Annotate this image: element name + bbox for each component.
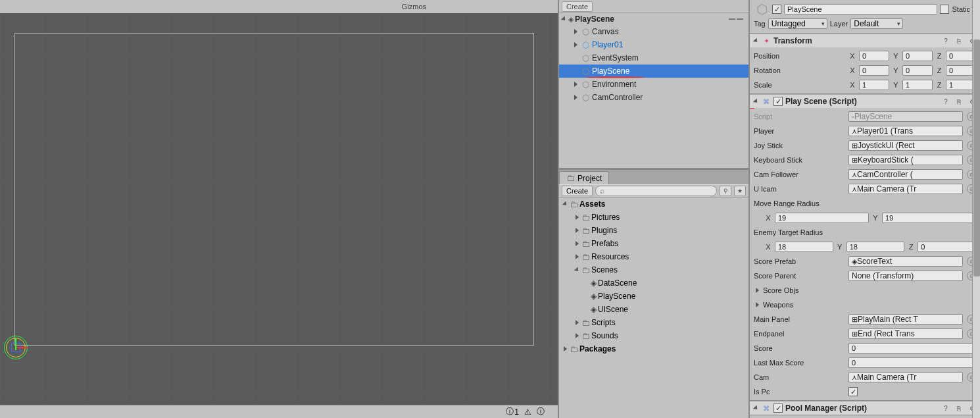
- hierarchy-item-playscene[interactable]: PlayScene: [559, 65, 748, 78]
- lastmax-field[interactable]: 0: [848, 357, 976, 368]
- transform-header[interactable]: Transform ? ⎘ ⚙: [750, 34, 980, 47]
- hierarchy-item-eventsystem[interactable]: EventSystem: [559, 51, 748, 65]
- layer-dropdown[interactable]: Default: [850, 18, 903, 29]
- poolmanager-header[interactable]: Pool Manager (Script) ? ⎘ ⚙: [750, 402, 980, 415]
- scale-y[interactable]: 1: [902, 80, 933, 90]
- folder-prefabs[interactable]: Prefabs: [559, 237, 748, 250]
- folder-scripts[interactable]: Scripts: [559, 316, 748, 329]
- position-x[interactable]: 0: [859, 51, 889, 61]
- enemytarget-z[interactable]: 0: [918, 242, 976, 252]
- foldout-icon[interactable]: [560, 16, 567, 22]
- foldout-icon[interactable]: [572, 94, 579, 101]
- component-enabled-checkbox[interactable]: [773, 97, 783, 106]
- scene-playscene[interactable]: PlayScene: [559, 290, 748, 303]
- foldout-icon[interactable]: [752, 98, 759, 105]
- active-checkbox[interactable]: [772, 5, 781, 14]
- hierarchy-tree[interactable]: PlayScene Canvas Player01 EventSystem Pl…: [559, 13, 748, 168]
- project-tree[interactable]: Assets Pictures Plugins Prefabs Resource…: [559, 197, 748, 418]
- packages-root[interactable]: Packages: [559, 342, 748, 355]
- foldout-icon[interactable]: [562, 201, 568, 207]
- rotation-y[interactable]: 0: [902, 65, 933, 76]
- foldout-icon[interactable]: [574, 319, 580, 326]
- error-icon[interactable]: ⓘ1: [506, 406, 519, 417]
- filter-icon[interactable]: ⚲: [720, 186, 731, 196]
- hierarchy-scene-root[interactable]: PlayScene: [559, 13, 748, 25]
- assets-root[interactable]: Assets: [559, 197, 748, 211]
- scene-canvas[interactable]: [0, 13, 558, 405]
- ispc-checkbox[interactable]: [848, 387, 858, 396]
- warning-icon[interactable]: ⚠: [524, 407, 531, 417]
- moverange-x[interactable]: 19: [775, 213, 869, 223]
- preset-icon[interactable]: ⎘: [954, 404, 964, 413]
- inspector-scrollbar[interactable]: [972, 0, 980, 418]
- uicam-field[interactable]: ⋏ Main Camera (Tr: [848, 184, 963, 194]
- transform-gizmo[interactable]: [4, 336, 28, 359]
- scale-x[interactable]: 1: [859, 80, 889, 90]
- preset-icon[interactable]: ⎘: [954, 97, 964, 106]
- folder-sounds[interactable]: Sounds: [559, 329, 748, 342]
- gizmos-label[interactable]: Gizmos: [402, 3, 426, 11]
- foldout-icon[interactable]: [574, 240, 580, 247]
- rotation-row: Rotation X0 Y0 Z0: [754, 63, 976, 78]
- scoreprefab-field[interactable]: ◈ ScoreText: [848, 256, 963, 267]
- enemytarget-y[interactable]: 18: [846, 242, 905, 252]
- foldout-icon[interactable]: [752, 38, 759, 44]
- enemytarget-x[interactable]: 18: [775, 242, 833, 252]
- scene-view[interactable]: Gizmos ⓘ1 ⚠ ⓘ: [0, 0, 559, 418]
- hierarchy-item-canvas[interactable]: Canvas: [559, 25, 748, 38]
- folder-plugins[interactable]: Plugins: [559, 224, 748, 237]
- info-icon[interactable]: ⓘ: [537, 406, 545, 417]
- static-checkbox[interactable]: [940, 5, 949, 14]
- rotation-x[interactable]: 0: [859, 65, 889, 76]
- scoreparent-field[interactable]: None (Transform): [848, 271, 963, 281]
- folder-resources[interactable]: Resources: [559, 250, 748, 263]
- hierarchy-item-environment[interactable]: Environment: [559, 78, 748, 91]
- preset-icon[interactable]: ⎘: [954, 36, 964, 45]
- foldout-icon[interactable]: [574, 227, 580, 234]
- component-enabled-checkbox[interactable]: [773, 404, 783, 413]
- playscene-script-header[interactable]: Play Scene (Script) ? ⎘ ⚙: [750, 95, 980, 108]
- foldout-icon[interactable]: [572, 41, 579, 48]
- create-button[interactable]: Create: [562, 1, 593, 12]
- foldout-icon[interactable]: [574, 253, 580, 260]
- foldout-icon[interactable]: [752, 405, 759, 411]
- foldout-icon[interactable]: [562, 346, 568, 352]
- score-field[interactable]: 0: [848, 343, 976, 353]
- foldout-icon[interactable]: [574, 214, 580, 221]
- gameobject-name-input[interactable]: PlayScene: [784, 4, 937, 14]
- foldout-icon[interactable]: [574, 267, 580, 273]
- foldout-icon[interactable]: [572, 81, 579, 88]
- project-tab[interactable]: Project: [559, 171, 609, 184]
- help-icon[interactable]: ?: [941, 97, 951, 106]
- camfollower-field[interactable]: ⋏ CamController (: [848, 169, 963, 180]
- weapons-foldout[interactable]: Weapons: [754, 298, 976, 312]
- scene-uiscene[interactable]: UIScene: [559, 303, 748, 316]
- project-create-button[interactable]: Create: [562, 186, 593, 196]
- cam-field[interactable]: ⋏ Main Camera (Tr: [848, 372, 963, 382]
- joystick-field[interactable]: ⊞ JoystickUI (Rect: [848, 140, 963, 151]
- endpanel-field[interactable]: ⊞ End (Rect Trans: [848, 328, 963, 339]
- player-field[interactable]: ⋏ Player01 (Trans: [848, 126, 963, 136]
- scrollbar-thumb[interactable]: [973, 39, 980, 276]
- script-icon: [762, 404, 771, 413]
- keyboard-field[interactable]: ⊞ KeyboardStick (: [848, 155, 963, 165]
- hierarchy-item-camcontroller[interactable]: CamController: [559, 91, 748, 104]
- moverange-y[interactable]: 19: [882, 213, 976, 223]
- tag-dropdown[interactable]: Untagged: [768, 18, 827, 29]
- foldout-icon[interactable]: [754, 301, 760, 308]
- foldout-icon[interactable]: [572, 28, 579, 35]
- foldout-icon[interactable]: [574, 332, 580, 339]
- mainpanel-field[interactable]: ⊞ PlayMain (Rect T: [848, 314, 963, 325]
- scoreobjs-foldout[interactable]: Score Objs: [754, 283, 976, 298]
- help-icon[interactable]: ?: [941, 36, 951, 45]
- folder-scenes[interactable]: Scenes: [559, 263, 748, 276]
- favorite-icon[interactable]: ★: [734, 186, 746, 196]
- hierarchy-item-player01[interactable]: Player01: [559, 38, 748, 51]
- folder-pictures[interactable]: Pictures: [559, 211, 748, 224]
- project-search[interactable]: [595, 186, 717, 196]
- scene-datascene[interactable]: DataScene: [559, 276, 748, 290]
- help-icon[interactable]: ?: [941, 404, 951, 413]
- position-y[interactable]: 0: [902, 51, 933, 61]
- scene-options-icon[interactable]: [729, 15, 746, 23]
- foldout-icon[interactable]: [754, 287, 760, 294]
